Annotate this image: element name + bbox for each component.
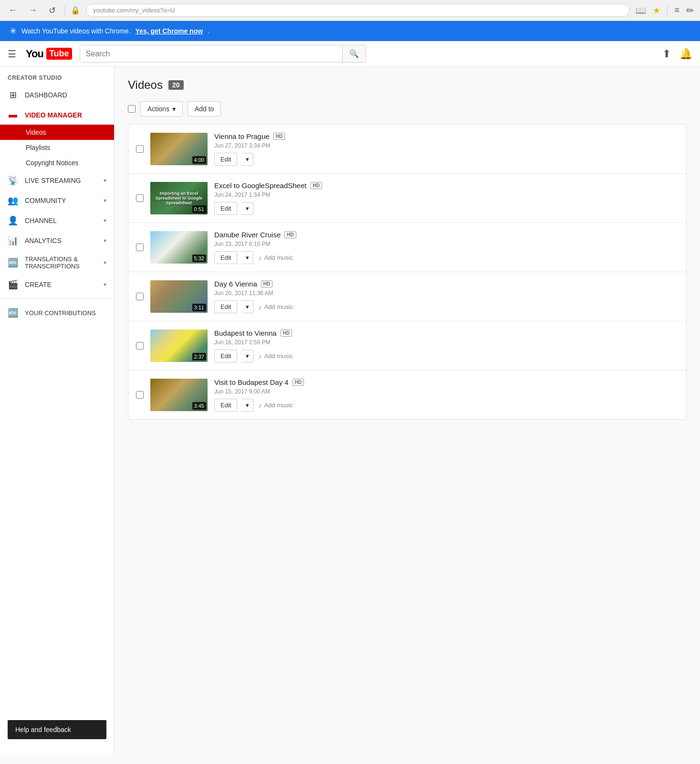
sidebar-item-live-streaming[interactable]: 📡 LIVE STREAMING ▾ (0, 170, 114, 191)
video-title-row: Visit to Budapest Day 4 HD (214, 378, 679, 386)
add-music-button[interactable]: ♪ Add music (258, 303, 293, 311)
video-title-row: Budapest to Vienna HD (214, 329, 679, 337)
edit-button[interactable]: Edit (214, 399, 237, 412)
video-thumbnail[interactable]: 3:11 (150, 280, 208, 313)
analytics-icon: 📊 (8, 235, 18, 246)
video-list: 4:00 Vienna to Prague HD Jun 27, 2017 3:… (128, 124, 687, 420)
content-header: Videos 20 (128, 78, 687, 92)
sidebar-sub-videos[interactable]: Videos (0, 125, 114, 140)
search-button[interactable]: 🔍 (342, 45, 366, 62)
banner-text: Watch YouTube videos with Chrome. (21, 27, 131, 35)
back-button[interactable]: ← (6, 4, 20, 16)
video-thumbnail[interactable]: 3:45 (150, 379, 208, 411)
live-streaming-chevron-icon: ▾ (104, 177, 106, 184)
video-duration: 5:32 (192, 255, 206, 262)
video-title: Excel to GoogleSpreadSheet (214, 181, 306, 190)
lock-icon: 🔒 (71, 6, 80, 15)
search-bar: 🔍 (80, 45, 366, 63)
row-checkbox-1[interactable] (136, 194, 144, 202)
sidebar-spacer (0, 323, 114, 714)
channel-chevron-icon: ▾ (104, 217, 106, 224)
video-info: Visit to Budapest Day 4 HD Jun 15, 2017 … (214, 378, 679, 412)
edit-button[interactable]: Edit (214, 202, 237, 215)
main-layout: CREATOR STUDIO ⊞ DASHBOARD ▬ VIDEO MANAG… (0, 67, 700, 754)
sidebar-sub-copyright[interactable]: Copyright Notices (0, 155, 114, 170)
sidebar-item-create[interactable]: 🎬 CREATE ▾ (0, 275, 114, 295)
edit-button[interactable]: Edit (214, 350, 237, 362)
select-all-checkbox[interactable] (128, 105, 136, 113)
video-duration: 3:45 (192, 402, 206, 410)
translations-icon: 🔤 (8, 257, 18, 268)
add-music-button[interactable]: ♪ Add music (258, 352, 293, 360)
chrome-star-icon: ✳ (10, 26, 17, 36)
sidebar-sub-playlists[interactable]: Playlists (0, 140, 114, 155)
header-actions: ⬆ 🔔 (662, 48, 692, 60)
hamburger-icon[interactable]: ☰ (8, 48, 16, 60)
row-checkbox-0[interactable] (136, 145, 144, 153)
row-checkbox-5[interactable] (136, 391, 144, 399)
edit-dropdown-button[interactable]: ▾ (242, 202, 253, 215)
upload-icon[interactable]: ⬆ (662, 48, 671, 60)
url-bar[interactable]: youtube.com/my_videos?o=U (86, 4, 630, 17)
create-chevron-icon: ▾ (104, 281, 106, 288)
add-music-button[interactable]: ♪ Add music (258, 402, 293, 409)
video-thumbnail[interactable]: 5:32 (150, 231, 208, 264)
hamburger-menu-icon[interactable]: ≡ (674, 5, 679, 15)
sidebar-item-video-manager[interactable]: ▬ VIDEO MANAGER (0, 105, 114, 125)
video-title: Vienna to Prague (214, 132, 270, 140)
search-input[interactable] (80, 46, 342, 62)
reader-icon[interactable]: 📖 (636, 5, 646, 16)
video-thumbnail[interactable]: 2:37 (150, 329, 208, 362)
video-date: Jun 27, 2017 3:34 PM (214, 142, 679, 149)
add-music-label: Add music (264, 254, 293, 261)
row-checkbox-3[interactable] (136, 293, 144, 300)
copyright-sub-label: Copyright Notices (26, 159, 79, 167)
video-duration: 3:11 (192, 304, 206, 311)
notification-bell-icon[interactable]: 🔔 (679, 48, 692, 60)
video-row: 3:45 Visit to Budapest Day 4 HD Jun 15, … (128, 371, 686, 419)
row-checkbox-2[interactable] (136, 244, 144, 251)
refresh-button[interactable]: ↺ (46, 4, 59, 17)
row-checkbox-4[interactable] (136, 342, 144, 350)
add-to-button[interactable]: Add to (188, 101, 221, 117)
community-chevron-icon: ▾ (104, 197, 106, 204)
video-date: Jun 20, 2017 11:36 AM (214, 290, 679, 297)
sidebar-item-channel[interactable]: 👤 CHANNEL ▾ (0, 211, 114, 231)
actions-button[interactable]: Actions ▾ (140, 101, 183, 117)
video-thumbnail[interactable]: Importing an Excel Spreadsheet to Google… (150, 182, 208, 214)
sidebar-item-contributions[interactable]: 🔤 YOUR CONTRIBUTIONS (0, 303, 114, 323)
video-title: Budapest to Vienna (214, 329, 277, 337)
edit-dropdown-button[interactable]: ▾ (242, 300, 253, 313)
sidebar-item-translations[interactable]: 🔤 TRANSLATIONS & TRANSCRIPTIONS ▾ (0, 251, 114, 275)
help-feedback-button[interactable]: Help and feedback (8, 720, 106, 739)
video-info: Budapest to Vienna HD Jun 16, 2017 2:59 … (214, 329, 679, 362)
edit-dropdown-button[interactable]: ▾ (242, 350, 253, 362)
edit-dropdown-button[interactable]: ▾ (242, 399, 253, 412)
add-music-button[interactable]: ♪ Add music (258, 254, 293, 262)
actions-chevron-icon: ▾ (172, 105, 176, 113)
sidebar-item-community[interactable]: 👥 COMMUNITY ▾ (0, 191, 114, 211)
yt-logo[interactable]: You Tube (26, 48, 72, 60)
translations-label: TRANSLATIONS & TRANSCRIPTIONS (25, 255, 97, 270)
edit-button[interactable]: Edit (214, 153, 237, 166)
chrome-link[interactable]: Yes, get Chrome now (136, 27, 203, 35)
video-date: Jun 24, 2017 1:34 PM (214, 191, 679, 198)
video-actions: Edit ▾ (214, 202, 679, 215)
forward-button[interactable]: → (26, 4, 40, 16)
sidebar-item-analytics[interactable]: 📊 ANALYTICS ▾ (0, 231, 114, 251)
sidebar-item-dashboard[interactable]: ⊞ DASHBOARD (0, 85, 114, 105)
video-duration: 0:51 (192, 205, 206, 213)
add-music-label: Add music (264, 402, 293, 409)
edit-button[interactable]: Edit (214, 251, 237, 264)
bookmark-star-icon[interactable]: ★ (653, 5, 660, 16)
hd-badge: HD (310, 182, 322, 189)
edit-dropdown-button[interactable]: ▾ (242, 251, 253, 264)
video-thumbnail[interactable]: 4:00 (150, 133, 208, 165)
toolbar: Actions ▾ Add to (128, 101, 687, 117)
hd-badge: HD (281, 329, 292, 337)
pen-icon[interactable]: ✏ (686, 5, 694, 16)
edit-button[interactable]: Edit (214, 300, 237, 313)
live-streaming-icon: 📡 (8, 175, 18, 186)
edit-dropdown-button[interactable]: ▾ (242, 153, 253, 166)
video-title: Day 6 Vienna (214, 280, 257, 288)
